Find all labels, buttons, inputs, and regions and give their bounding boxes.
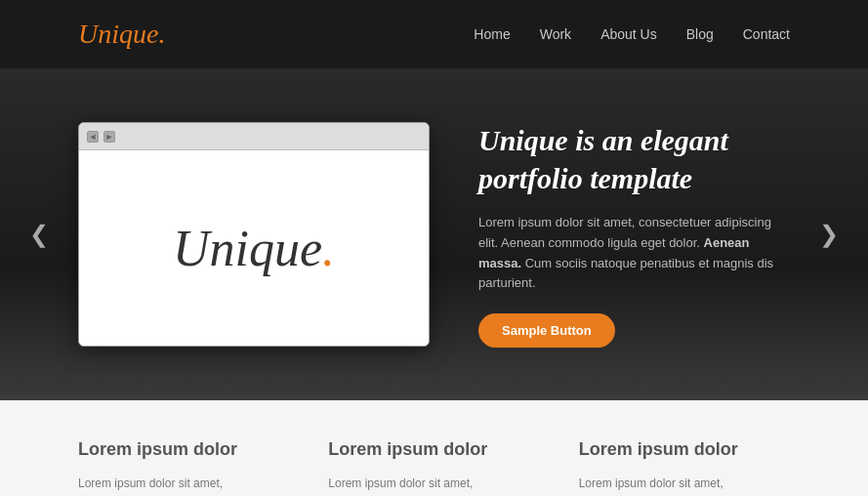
feature-3-heading: Lorem ipsum dolor (579, 439, 790, 460)
feature-2-text: Lorem ipsum dolor sit amet, consectetuer… (328, 474, 539, 496)
site-header: Unique. Home Work About Us Blog Contact (0, 0, 868, 68)
logo-dot: . (158, 19, 165, 49)
browser-logo-dot: . (322, 221, 335, 276)
browser-back-btn[interactable]: ◄ (87, 131, 99, 143)
feature-col-3: Lorem ipsum dolor Lorem ipsum dolor sit … (579, 439, 790, 496)
nav-about[interactable]: About Us (600, 26, 657, 42)
sample-button[interactable]: Sample Button (478, 313, 615, 348)
hero-section: ❮ ◄ ► Unique. Unique is an elegant portf… (0, 68, 868, 400)
nav-contact[interactable]: Contact (743, 26, 790, 42)
browser-toolbar: ◄ ► (79, 123, 429, 150)
nav-work[interactable]: Work (540, 26, 571, 42)
feature-2-heading: Lorem ipsum dolor (328, 439, 539, 460)
nav-home[interactable]: Home (474, 26, 510, 42)
hero-heading: Unique is an elegant portfolio template (478, 121, 790, 197)
main-nav: Home Work About Us Blog Contact (474, 26, 790, 42)
logo-text: Unique (78, 19, 158, 49)
nav-blog[interactable]: Blog (686, 26, 714, 42)
browser-forward-btn[interactable]: ► (103, 131, 115, 143)
hero-body: Lorem ipsum dolor sit amet, consectetuer… (478, 213, 790, 294)
hero-text-block: Unique is an elegant portfolio template … (478, 121, 790, 348)
browser-content: Unique. (79, 150, 429, 346)
browser-mockup: ◄ ► Unique. (78, 122, 430, 347)
browser-logo: Unique. (173, 220, 335, 277)
feature-col-2: Lorem ipsum dolor Lorem ipsum dolor sit … (328, 439, 539, 496)
feature-1-text: Lorem ipsum dolor sit amet, consectetuer… (78, 474, 289, 496)
carousel-prev-button[interactable]: ❮ (29, 221, 49, 248)
feature-1-heading: Lorem ipsum dolor (78, 439, 289, 460)
feature-col-1: Lorem ipsum dolor Lorem ipsum dolor sit … (78, 439, 289, 496)
site-logo: Unique. (78, 19, 165, 50)
carousel-next-button[interactable]: ❯ (819, 221, 839, 248)
feature-3-text: Lorem ipsum dolor sit amet, consectetuer… (579, 474, 790, 496)
features-section: Lorem ipsum dolor Lorem ipsum dolor sit … (0, 400, 868, 496)
